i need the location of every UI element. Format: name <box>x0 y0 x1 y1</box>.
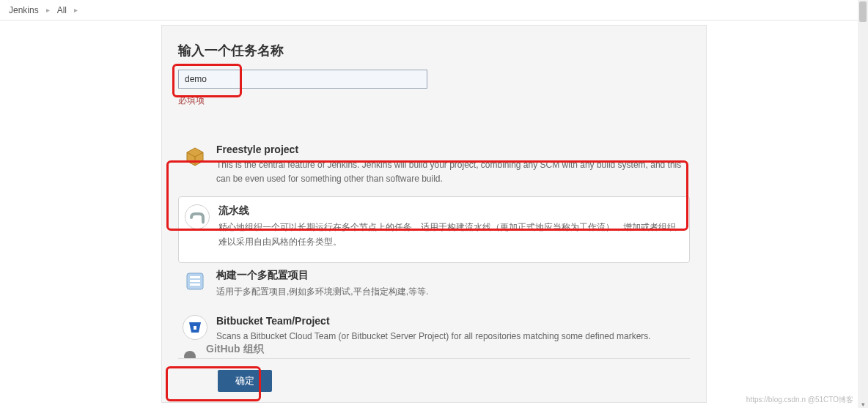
chevron-right-icon: ▸ <box>46 6 50 14</box>
item-desc: 适用于多配置项目,例如多环境测试,平台指定构建,等等. <box>216 285 685 299</box>
watermark: https://blog.csdn.n @51CTO博客 <box>746 395 853 405</box>
scroll-thumb[interactable] <box>859 1 867 22</box>
item-pipeline[interactable]: 流水线 精心地组织一个可以长期运行在多个节点上的任务。适用于构建流水线（更加正式… <box>178 196 690 262</box>
item-desc: Scans a Bitbucket Cloud Team (or Bitbuck… <box>216 330 685 344</box>
pipeline-icon <box>185 204 210 229</box>
scroll-down-icon[interactable]: ▾ <box>860 401 866 408</box>
breadcrumb-root[interactable]: Jenkins <box>9 5 39 15</box>
new-item-panel: 输入一个任务名称 必填项 Freestyle project This is t… <box>161 25 707 403</box>
breadcrumb: Jenkins ▸ All ▸ <box>0 0 868 21</box>
footer: 确定 <box>178 358 690 402</box>
svg-rect-2 <box>190 280 200 282</box>
page-title: 输入一个任务名称 <box>178 42 690 59</box>
svg-rect-3 <box>190 283 200 286</box>
item-title: 流水线 <box>218 204 683 218</box>
bitbucket-icon <box>183 315 207 340</box>
item-title: Freestyle project <box>216 144 685 155</box>
scrollbar[interactable]: ▴ ▾ <box>858 0 868 408</box>
multiconfig-icon <box>183 269 207 294</box>
svg-rect-1 <box>190 276 200 278</box>
chevron-right-icon: ▸ <box>74 6 78 14</box>
ok-button[interactable]: 确定 <box>218 370 272 392</box>
item-multiconfig[interactable]: 构建一个多配置项目 适用于多配置项目,例如多环境测试,平台指定构建,等等. <box>178 263 690 309</box>
breadcrumb-all[interactable]: All <box>57 5 67 15</box>
item-freestyle[interactable]: Freestyle project This is the central fe… <box>178 138 690 196</box>
item-name-input[interactable] <box>178 70 427 89</box>
required-hint: 必填项 <box>178 94 690 107</box>
freestyle-icon <box>183 144 207 168</box>
item-title: Bitbucket Team/Project <box>216 315 685 327</box>
item-desc: This is the central feature of Jenkins. … <box>216 158 685 186</box>
item-desc: 精心地组织一个可以长期运行在多个节点上的任务。适用于构建流水线（更加正式地应当称… <box>218 220 683 248</box>
item-title: 构建一个多配置项目 <box>216 269 685 282</box>
item-title: GitHub 组织 <box>206 343 493 356</box>
svg-rect-4 <box>194 326 196 330</box>
